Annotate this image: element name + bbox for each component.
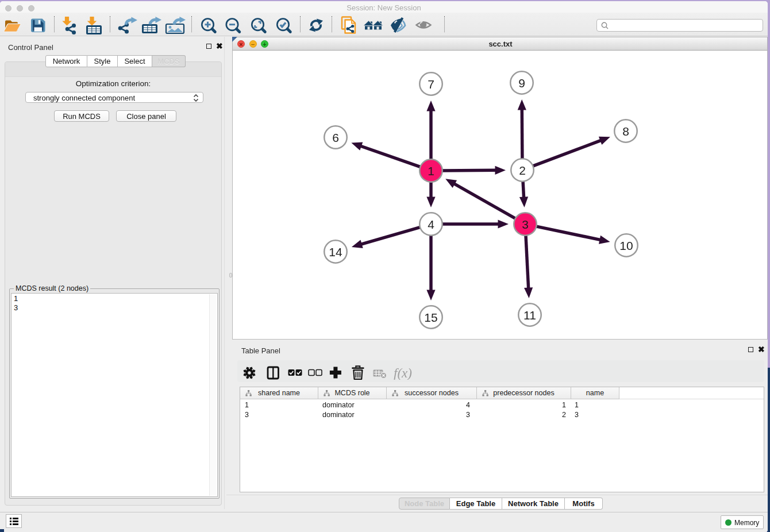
svg-text:2: 2	[519, 164, 526, 177]
svg-text:7: 7	[428, 78, 434, 91]
svg-text:11: 11	[523, 309, 536, 322]
svg-text:9: 9	[518, 76, 525, 90]
svg-text:f(x): f(x)	[394, 366, 412, 380]
svg-text:3: 3	[522, 218, 529, 231]
svg-text:1: 1	[428, 164, 434, 178]
svg-text:4: 4	[428, 218, 434, 231]
svg-text:8: 8	[622, 125, 629, 138]
svg-text:6: 6	[332, 131, 339, 144]
svg-text:14: 14	[329, 245, 342, 259]
svg-text:15: 15	[424, 311, 437, 324]
svg-text:10: 10	[619, 239, 633, 252]
